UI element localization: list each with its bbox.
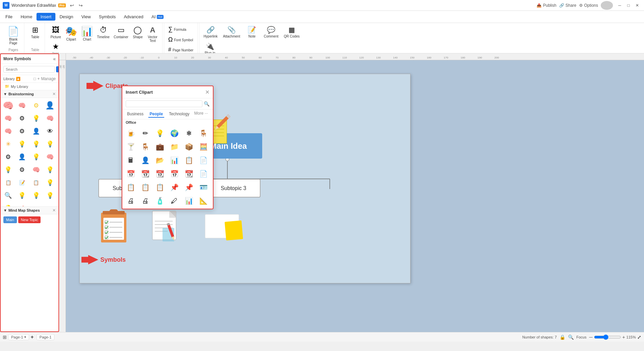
clipart-item-pin2[interactable]: 📌 — [182, 181, 195, 194]
icon-button[interactable]: ★ Icon — [48, 41, 63, 53]
clipart-item-cocktail[interactable]: 🍸 — [124, 140, 137, 153]
clipart-item-briefcase[interactable]: 💼 — [153, 140, 166, 153]
page-1-tab[interactable]: Page-1 ▾ — [8, 334, 29, 340]
table-button[interactable]: ⊞ Table — [28, 24, 43, 45]
comment-button[interactable]: 💬 Comment — [262, 24, 280, 40]
close-button[interactable]: ✕ — [633, 1, 641, 9]
share-button[interactable]: 🔗 Share — [559, 3, 576, 8]
shape-bulb-4[interactable]: 💡 — [44, 138, 56, 150]
shape-gear-5[interactable]: ⚙ — [16, 164, 28, 176]
blank-page-button[interactable]: 📄 BlankPage — [5, 24, 22, 45]
clipart-tab-technology[interactable]: Technology — [168, 111, 191, 118]
clipart-search-input[interactable] — [126, 100, 202, 107]
menu-file[interactable]: File — [1, 13, 17, 21]
container-button[interactable]: ▭ Container — [112, 24, 130, 51]
shape-brain-2[interactable]: 🧠 — [44, 112, 56, 124]
mind-map-expand-icon[interactable]: ▼ — [3, 208, 7, 212]
clipart-item-snowflake[interactable]: ❄ — [182, 127, 195, 140]
picture-button[interactable]: 🖼 Picture — [48, 24, 63, 40]
clipart-item-folder[interactable]: 📁 — [168, 140, 181, 153]
clipart-item-cal3[interactable]: 📆 — [153, 167, 166, 180]
minimize-button[interactable]: ─ — [616, 1, 624, 9]
brainstorming-close-button[interactable]: ✕ — [52, 92, 56, 96]
clipart-item-pin1[interactable]: 📌 — [168, 181, 181, 194]
search-input[interactable] — [3, 66, 55, 73]
shape-list-2[interactable]: 📝 — [16, 177, 28, 189]
clipart-item-chair2[interactable]: 🪑 — [139, 140, 152, 153]
shape-gear-yellow[interactable]: ⚙ — [30, 99, 42, 112]
clipart-item-list1[interactable]: 📋 — [124, 181, 137, 194]
undo-button[interactable]: ↩ — [68, 1, 76, 9]
add-page-button[interactable]: + — [30, 334, 33, 340]
menu-insert[interactable]: Insert — [36, 13, 56, 21]
shape-bulb-1[interactable]: 💡 — [30, 112, 42, 124]
clipart-item-cal1[interactable]: 📅 — [124, 167, 137, 180]
shape-bulb-3[interactable]: 💡 — [30, 138, 42, 150]
shape-bulb-red[interactable]: 💡 — [16, 189, 28, 202]
shape-brain-3[interactable]: 🧠 — [2, 125, 14, 137]
clipart-item-chair[interactable]: 🪑 — [197, 127, 210, 140]
clipart-item-chart[interactable]: 📊 — [168, 154, 181, 167]
shape-brain-green[interactable]: 🧠 — [2, 99, 14, 112]
shape-gear-3[interactable]: ⚙ — [16, 125, 28, 137]
attachment-button[interactable]: 📎 Attachment — [221, 24, 242, 40]
chart-button[interactable]: 📊 Chart — [79, 24, 95, 51]
shape-bulb-7[interactable]: 💡 — [44, 164, 56, 176]
library-expand-button[interactable]: □ — [33, 76, 36, 81]
shape-rect-2[interactable]: ▬ — [44, 202, 56, 206]
clipart-button[interactable]: 🎭 Clipart — [63, 24, 79, 51]
clipboard-icon[interactable] — [99, 208, 130, 246]
focus-label[interactable]: Focus — [576, 335, 587, 339]
shape-bulb-10[interactable]: 💡 — [2, 202, 14, 206]
clipart-item-user-card[interactable]: 🪪 — [197, 181, 210, 194]
library-manage-button[interactable]: Manage — [41, 76, 56, 81]
clipart-item-beer[interactable]: 🍺 — [124, 127, 137, 140]
clipart-more-button[interactable]: More ··· — [194, 111, 208, 118]
clipart-item-calculator[interactable]: 🖩 — [124, 154, 137, 167]
clipart-item-person[interactable]: 👤 — [139, 154, 152, 167]
redo-button[interactable]: ↪ — [77, 1, 85, 9]
clipart-tab-people[interactable]: People — [148, 111, 164, 118]
shape-bulb-9[interactable]: 💡 — [44, 189, 56, 202]
clipart-item-printer2[interactable]: 🖨 — [139, 194, 152, 207]
shape-magnify[interactable]: 🔍 — [2, 189, 14, 202]
menu-ai[interactable]: AI Hot — [147, 13, 167, 21]
shape-person-2[interactable]: 👤 — [30, 125, 42, 137]
clipart-item-folder2[interactable]: 📂 — [153, 154, 166, 167]
qr-codes-button[interactable]: ▦ QR Codes — [282, 24, 302, 40]
zoom-in-button[interactable]: + — [622, 334, 625, 340]
mind-map-new-topic-shape[interactable]: New Topic — [18, 216, 41, 223]
shape-rect-1[interactable]: ▬ — [30, 202, 42, 206]
shape-bulb-outline[interactable]: 💡 — [30, 189, 42, 202]
zoom-slider[interactable] — [594, 334, 621, 340]
clipart-item-list3[interactable]: 📋 — [153, 181, 166, 194]
publish-button[interactable]: 📤 Publish — [537, 3, 556, 8]
clipart-search-icon[interactable]: 🔍 — [204, 101, 209, 107]
clipart-item-pencil[interactable]: ✏ — [139, 127, 152, 140]
brainstorming-expand-icon[interactable]: ▼ — [3, 92, 7, 96]
shape-bulb-6[interactable]: 💡 — [2, 164, 14, 176]
shape-gear-4[interactable]: ⚙ — [2, 151, 14, 163]
shape-button[interactable]: ◯ Shape — [130, 24, 145, 51]
sticky-note-icon[interactable] — [203, 209, 244, 246]
shape-bulb-2[interactable]: 💡 — [16, 138, 28, 150]
clipart-item-pen[interactable]: 🖊 — [168, 194, 181, 207]
clipart-item-doc[interactable]: 📄 — [197, 154, 210, 167]
shape-person-3[interactable]: 👤 — [16, 151, 28, 163]
page-number-button[interactable]: # Page Number — [166, 45, 196, 53]
shape-brain-4[interactable]: 🧠 — [44, 151, 56, 163]
vector-text-button[interactable]: A VectorText — [145, 24, 160, 51]
clipart-close-button[interactable]: ✕ — [205, 89, 209, 95]
formula-button[interactable]: ∑ Formula — [166, 24, 189, 34]
clipart-item-presentation[interactable]: 📊 — [182, 194, 195, 207]
clipart-item-cal5[interactable]: 📆 — [182, 167, 195, 180]
library-add-button[interactable]: + — [38, 76, 40, 81]
mind-map-main-shape[interactable]: Main — [3, 216, 17, 223]
clipart-tab-business[interactable]: Business — [126, 111, 145, 118]
shape-list-3[interactable]: 📋 — [30, 177, 42, 189]
clipart-item-page[interactable]: 📄 — [197, 167, 210, 180]
shape-brain-purple[interactable]: 🧠 — [16, 99, 28, 112]
sidebar-collapse-button[interactable]: « — [53, 56, 56, 62]
menu-advanced[interactable]: Advanced — [120, 13, 147, 21]
clipart-item-ruler[interactable]: 📐 — [197, 194, 210, 207]
